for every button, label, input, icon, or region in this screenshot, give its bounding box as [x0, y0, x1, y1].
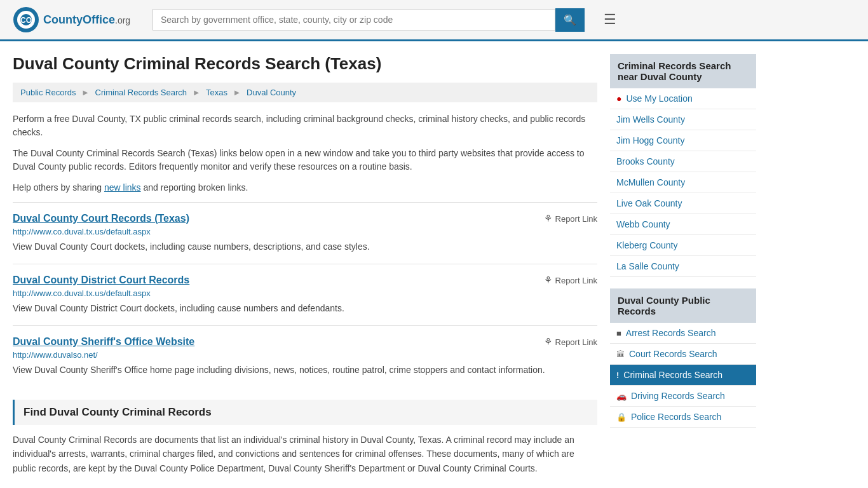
result-url-2: http://www.co.duval.tx.us/default.aspx: [13, 288, 597, 298]
description-3: Help others by sharing new links and rep…: [13, 181, 597, 194]
report-icon-1: ⚘: [544, 213, 552, 224]
logo-text: CountyOffice.org: [43, 13, 130, 27]
sidebar-driving-records[interactable]: 🚗 Driving Records Search: [610, 386, 756, 407]
sidebar: Criminal Records Search near Duval Count…: [610, 54, 756, 475]
report-icon-2: ⚘: [544, 274, 552, 286]
breadcrumb: Public Records ► Criminal Records Search…: [13, 83, 597, 102]
sidebar-police-records[interactable]: 🔒 Police Records Search: [610, 407, 756, 428]
use-location-link[interactable]: ● Use My Location: [610, 88, 756, 109]
sidebar-section-2-title: Duval County Public Records: [610, 288, 756, 323]
sidebar-county-webb[interactable]: Webb County: [610, 214, 756, 235]
location-pin-icon: ●: [616, 93, 621, 104]
content-area: Duval County Criminal Records Search (Te…: [13, 54, 597, 475]
sidebar-county-jim-hogg[interactable]: Jim Hogg County: [610, 130, 756, 151]
result-title-2[interactable]: Duval County District Court Records: [13, 274, 189, 286]
sidebar-county-brooks[interactable]: Brooks County: [610, 151, 756, 172]
logo-icon: CO: [13, 6, 39, 33]
menu-button[interactable]: ☰: [604, 11, 616, 28]
header: CO CountyOffice.org 🔍 ☰: [0, 0, 868, 41]
breadcrumb-public-records[interactable]: Public Records: [20, 88, 76, 97]
report-link-btn-3[interactable]: ⚘ Report Link: [544, 336, 597, 348]
driving-icon: 🚗: [616, 391, 627, 401]
new-links-link[interactable]: new links: [104, 182, 141, 193]
result-desc-2: View Duval County District Court dockets…: [13, 302, 597, 315]
breadcrumb-texas[interactable]: Texas: [206, 88, 227, 97]
breadcrumb-sep-3: ►: [233, 88, 241, 97]
find-section-header: Find Duval County Criminal Records: [13, 400, 597, 425]
sidebar-section-1-title: Criminal Records Search near Duval Count…: [610, 54, 756, 88]
nearby-county-list: ● Use My Location Jim Wells County Jim H…: [610, 88, 756, 277]
search-input[interactable]: [153, 9, 555, 30]
result-title-1[interactable]: Duval County Court Records (Texas): [13, 213, 189, 224]
sidebar-county-mcmullen[interactable]: McMullen County: [610, 172, 756, 193]
court-icon: 🏛: [616, 349, 625, 359]
sidebar-county-kleberg[interactable]: Kleberg County: [610, 235, 756, 256]
breadcrumb-duval[interactable]: Duval County: [247, 88, 296, 97]
search-bar: 🔍: [153, 8, 585, 32]
find-description: Duval County Criminal Records are docume…: [13, 433, 597, 475]
use-location-item[interactable]: ● Use My Location: [610, 88, 756, 109]
sidebar-criminal-records[interactable]: ! Criminal Records Search: [610, 365, 756, 386]
result-title-3[interactable]: Duval County Sheriff's Office Website: [13, 336, 194, 348]
result-url-1: http://www.co.duval.tx.us/default.aspx: [13, 227, 597, 236]
breadcrumb-sep-2: ►: [193, 88, 201, 97]
description-1: Perform a free Duval County, TX public c…: [13, 112, 597, 139]
sidebar-county-live-oak[interactable]: Live Oak County: [610, 193, 756, 214]
description-2: The Duval County Criminal Records Search…: [13, 147, 597, 173]
sidebar-county-la-salle[interactable]: La Salle County: [610, 256, 756, 277]
result-card-3: Duval County Sheriff's Office Website ⚘ …: [13, 325, 597, 387]
breadcrumb-sep-1: ►: [81, 88, 90, 97]
result-card-1: Duval County Court Records (Texas) ⚘ Rep…: [13, 202, 597, 264]
result-desc-1: View Duval County Court dockets, includi…: [13, 240, 597, 254]
svg-text:CO: CO: [20, 16, 32, 25]
criminal-icon: !: [616, 370, 619, 380]
sidebar-court-records[interactable]: 🏛 Court Records Search: [610, 344, 756, 365]
logo-area: CO CountyOffice.org: [13, 6, 140, 33]
sidebar-arrest-records[interactable]: ■ Arrest Records Search: [610, 323, 756, 344]
search-button[interactable]: 🔍: [555, 8, 585, 32]
police-icon: 🔒: [616, 412, 627, 422]
breadcrumb-criminal-records[interactable]: Criminal Records Search: [95, 88, 187, 97]
main-layout: Duval County Criminal Records Search (Te…: [0, 41, 868, 488]
arrest-icon: ■: [616, 329, 621, 338]
public-records-list: ■ Arrest Records Search 🏛 Court Records …: [610, 323, 756, 428]
result-card-2: Duval County District Court Records ⚘ Re…: [13, 264, 597, 325]
report-link-btn-1[interactable]: ⚘ Report Link: [544, 213, 597, 224]
report-link-btn-2[interactable]: ⚘ Report Link: [544, 274, 597, 286]
result-url-3: http://www.duvalso.net/: [13, 350, 597, 360]
sidebar-county-jim-wells[interactable]: Jim Wells County: [610, 109, 756, 130]
result-desc-3: View Duval County Sheriff's Office home …: [13, 363, 597, 377]
page-title: Duval County Criminal Records Search (Te…: [13, 54, 597, 74]
report-icon-3: ⚘: [544, 336, 552, 348]
